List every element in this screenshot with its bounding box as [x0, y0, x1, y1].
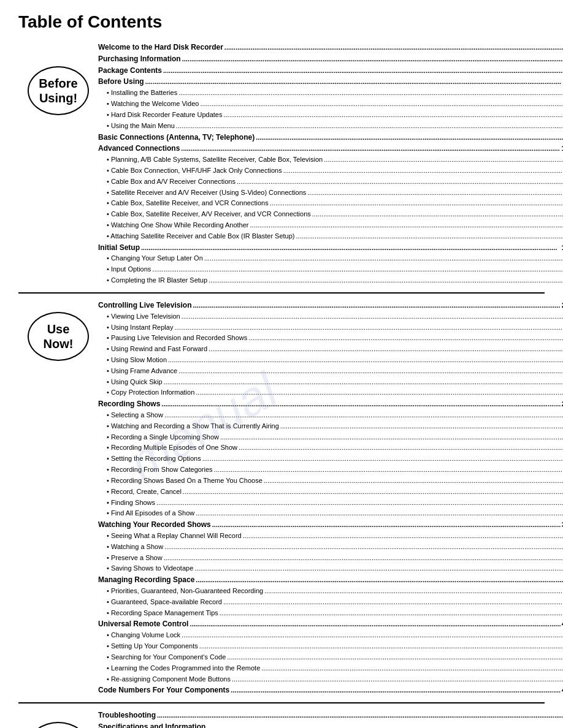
toc-entry-title: • Searching for Your Component's Code	[107, 652, 226, 662]
section-divider-1	[18, 292, 545, 294]
page-title: Table of Contents	[18, 12, 545, 32]
toc-entry-title: • Satellite Receiver and A/V Receiver (U…	[107, 188, 306, 198]
toc-dots	[163, 65, 563, 77]
toc-entry: • Watching One Show While Recording Anot…	[98, 220, 563, 231]
toc-entry-title: • Viewing Live Television	[107, 311, 180, 322]
toc-entry: • Copy Protection Information25	[98, 387, 563, 398]
toc-entry: • Changing Volume Lock42	[98, 630, 563, 641]
toc-entry-title: • Seeing What a Replay Channel Will Reco…	[107, 531, 242, 541]
toc-entry: • Searching for Your Component's Code43	[98, 652, 563, 663]
toc-dots	[209, 344, 563, 354]
toc-entry: • Hard Disk Recorder Feature Updates6	[98, 110, 563, 121]
toc-dots	[168, 355, 563, 365]
toc-dots	[231, 684, 561, 696]
toc-dots	[324, 154, 563, 165]
sidebar-oval-use-now: Use Now!	[28, 312, 89, 361]
toc-entry-title: • Saving Shows to Videotape	[107, 563, 193, 574]
sidebar-oval-other-info: Other Information!	[28, 722, 89, 728]
toc-entry-title: Basic Connections (Antenna, TV; Telephon…	[98, 132, 255, 143]
toc-dots	[174, 322, 563, 333]
toc-entry: Watching Your Recorded Shows35 ~ 39	[98, 519, 563, 531]
toc-entry-title: • Using Quick Skip	[107, 377, 163, 387]
toc-entry: • Watching and Recording a Show That is …	[98, 421, 563, 432]
toc-entry: • Re-assigning Component Mode Buttons44	[98, 674, 563, 685]
toc-entry-title: • Priorities, Guaranteed, Non-Guaranteed…	[107, 586, 263, 596]
toc-entry-title: • Cable Box and A/V Receiver Connections	[107, 176, 236, 187]
sidebar-label-before-using: Before Using!	[39, 76, 77, 105]
toc-dots	[196, 574, 563, 586]
toc-entry-title: • Using Slow Motion	[107, 355, 167, 365]
toc-entry: • Viewing Live Television22	[98, 311, 563, 322]
toc-dots	[196, 508, 563, 518]
toc-entry: Universal Remote Control42 ~ 44	[98, 618, 563, 630]
toc-dots	[190, 618, 560, 630]
toc-entry-title: Universal Remote Control	[98, 618, 188, 630]
toc-entry: Code Numbers For Your Components45 ~ 49	[98, 684, 563, 696]
toc-entry-title: • Recording Shows Based On a Theme You C…	[107, 476, 262, 486]
toc-entry: • Watching the Welcome Video6	[98, 99, 563, 110]
section-content-other-info: Troubleshooting50 ~ 52Specifications and…	[98, 710, 563, 728]
toc-entry: • Record, Create, Cancel32	[98, 487, 563, 498]
toc-entry: • Using Instant Replay22	[98, 322, 563, 333]
toc-dots	[250, 220, 563, 230]
toc-dots	[232, 674, 563, 684]
toc-dots	[264, 476, 563, 486]
toc-entry-title: Recording Shows	[98, 398, 160, 410]
toc-entry: • Completing the IR Blaster Setup21	[98, 275, 563, 286]
toc-entry-title: • Changing Your Setup Later On	[107, 253, 203, 264]
toc-entry-title: • Watching the Welcome Video	[107, 99, 199, 109]
toc-entry: • Pausing Live Television and Recorded S…	[98, 333, 563, 344]
toc-entry: • Recording From Show Categories30	[98, 464, 563, 476]
toc-dots	[223, 597, 563, 607]
toc-entry-title: • Preserve a Show	[107, 553, 163, 563]
toc-entry: • Using Slow Motion24	[98, 355, 563, 366]
toc-dots	[199, 641, 563, 651]
toc-entry: • Changing Your Setup Later On20	[98, 253, 563, 264]
toc-entry-title: • Hard Disk Recorder Feature Updates	[107, 110, 222, 120]
toc-entry-title: • Pausing Live Television and Recorded S…	[107, 333, 247, 343]
toc-entry: Specifications and Information53	[98, 721, 563, 728]
toc-entry-title: • Using Rewind and Fast Forward	[107, 344, 207, 354]
toc-dots	[223, 110, 563, 120]
toc-entry: Troubleshooting50 ~ 52	[98, 710, 563, 721]
toc-entry: Controlling Live Television22 ~ 25	[98, 300, 563, 311]
toc-entry: • Installing the Batteries6	[98, 88, 563, 99]
sidebar-label-use-now: Use Now!	[44, 322, 74, 351]
toc-entry: • Learning the Codes Programmed into the…	[98, 663, 563, 674]
toc-dots	[270, 198, 563, 208]
toc-entry: Initial Setup18 ~ 21	[98, 242, 563, 254]
toc-dots	[176, 121, 563, 131]
toc-entry-title: • Find All Episodes of a Show	[107, 508, 194, 518]
toc-entry-title: • Watching One Show While Recording Anot…	[107, 220, 249, 230]
toc-entry-title: • Using Instant Replay	[107, 322, 173, 333]
toc-dots	[243, 531, 563, 541]
toc-entry-title: • Setting Up Your Components	[107, 641, 198, 651]
toc-entry: Welcome to the Hard Disk Recorder5	[98, 42, 563, 53]
toc-entry: Advanced Connections10 ~ 17	[98, 143, 563, 154]
toc-dots	[280, 421, 563, 431]
toc-dots	[196, 387, 563, 398]
toc-dots	[182, 630, 563, 640]
toc-entry: • Setting the Recording Options29	[98, 453, 563, 464]
toc-dots	[283, 165, 563, 176]
toc-entry-title: Troubleshooting	[98, 710, 156, 721]
toc-entry: • Using Rewind and Fast Forward23	[98, 344, 563, 355]
toc-entry: • Planning, A/B Cable Systems, Satellite…	[98, 154, 563, 165]
toc-dots	[200, 99, 563, 109]
toc-dots	[209, 275, 563, 286]
toc-dots	[296, 231, 563, 241]
toc-entry-title: Advanced Connections	[98, 143, 180, 154]
toc-entry-title: • Copy Protection Information	[107, 387, 194, 398]
toc-entry-title: • Using the Main Menu	[107, 121, 175, 131]
toc-entry: Package Contents5	[98, 65, 563, 77]
toc-entry-title: • Cable Box, Satellite Receiver, A/V Rec…	[107, 209, 311, 219]
toc-entry-title: • Recording From Show Categories	[107, 464, 213, 475]
toc-dots	[152, 264, 563, 275]
toc-entry: • Finding Shows33	[98, 498, 563, 509]
toc-entry-title: Initial Setup	[98, 242, 140, 254]
toc-entry-title: • Finding Shows	[107, 498, 155, 508]
toc-dots	[145, 76, 563, 88]
toc-dots	[181, 143, 560, 154]
toc-dots	[178, 88, 563, 98]
section-divider-2	[18, 702, 545, 703]
